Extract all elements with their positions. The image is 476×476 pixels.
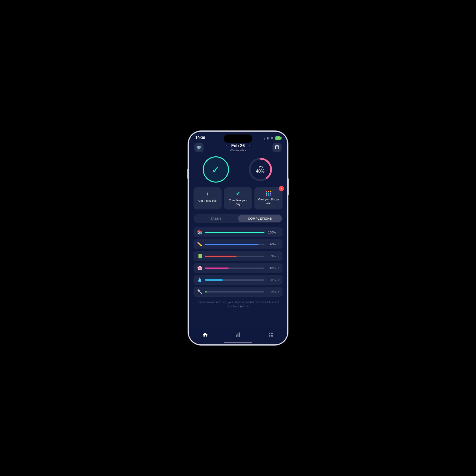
bar-fill-4 [205, 279, 223, 281]
svg-rect-7 [238, 333, 238, 337]
calendar-icon [275, 145, 279, 150]
stats-icon [235, 332, 241, 339]
item-bar-area-0 [205, 232, 264, 233]
bar-track-2 [205, 255, 264, 257]
current-day: Wednesday [230, 149, 246, 152]
svg-rect-12 [271, 335, 273, 337]
completion-check-circle[interactable]: ✓ [203, 156, 229, 183]
item-emoji-5: 🥄 [197, 289, 203, 294]
focus-wall-button[interactable]: 5 View your Focus Wall [255, 187, 283, 209]
status-icons: ⚡ [264, 136, 281, 140]
item-percent-4: 30% [267, 278, 276, 282]
phone-screen: 19:30 ⚡ [189, 132, 287, 344]
item-emoji-2: 📗 [197, 254, 203, 259]
complete-day-button[interactable]: ✔ Complete your day [224, 187, 252, 209]
wifi-icon [270, 136, 274, 140]
progress-item-2[interactable]: 📗 53% › [193, 251, 283, 261]
bar-fill-1 [205, 244, 258, 245]
complete-icon: ✔ [236, 191, 240, 197]
progress-item-0[interactable]: 📚 160% › [193, 227, 283, 237]
next-date-button[interactable]: › [249, 143, 250, 148]
tab-completions[interactable]: COMPLETIONS [238, 215, 282, 222]
add-task-button[interactable]: + Add a new task [193, 187, 221, 209]
item-percent-0: 160% [267, 231, 276, 234]
add-task-label: Add a new task [198, 199, 217, 203]
item-bar-area-3 [205, 268, 264, 269]
current-date: Feb 26 [231, 143, 245, 148]
bar-fill-2 [205, 255, 237, 257]
svg-rect-6 [236, 335, 237, 337]
item-arrow-1: › [278, 242, 279, 246]
prev-date-button[interactable]: ‹ [226, 143, 227, 148]
bar-track-5 [205, 291, 264, 292]
svg-rect-8 [239, 333, 240, 337]
tab-tasks[interactable]: TASKS [194, 215, 238, 222]
progress-item-5[interactable]: 🥄 3% › [193, 287, 283, 297]
svg-rect-10 [271, 333, 273, 334]
item-percent-5: 3% [267, 290, 276, 294]
item-emoji-3: 🌸 [197, 265, 203, 271]
item-arrow-5: › [278, 290, 279, 293]
check-icon: ✓ [212, 164, 220, 175]
svg-rect-9 [269, 333, 270, 334]
phone-frame: 19:30 ⚡ [188, 131, 288, 345]
bar-track-3 [205, 268, 264, 269]
item-arrow-0: › [278, 231, 279, 234]
tabs-bar: TASKS COMPLETIONS [193, 214, 283, 223]
main-content: ✓ Day 40% [189, 154, 287, 308]
footer-note: The bars above represent your progress t… [196, 300, 280, 308]
svg-rect-0 [275, 146, 279, 149]
app-header: ⚙️ ‹ Feb 26 › Wednesday [189, 142, 287, 154]
day-percent: 40% [256, 169, 264, 174]
item-arrow-2: › [278, 255, 279, 258]
dynamic-island [224, 135, 252, 143]
bar-track-4 [205, 279, 264, 281]
item-percent-2: 53% [267, 255, 276, 258]
progress-list: 📚 160% › ✏️ [193, 227, 283, 297]
settings-icon: ⚙️ [197, 145, 201, 150]
item-arrow-4: › [278, 278, 279, 282]
svg-rect-11 [269, 335, 270, 337]
nav-home[interactable] [199, 331, 211, 340]
focus-wall-badge: 5 [279, 186, 284, 191]
nav-stats[interactable] [232, 331, 244, 340]
complete-day-label: Complete your day [226, 199, 250, 206]
progress-item-3[interactable]: 🌸 40% › [193, 263, 283, 273]
item-emoji-1: ✏️ [197, 241, 203, 247]
bar-fill-0 [205, 232, 264, 233]
settings-button[interactable]: ⚙️ [194, 143, 204, 152]
bar-fill-3 [205, 268, 229, 269]
top-cards: ✓ Day 40% [193, 154, 283, 187]
day-progress-text: Day 40% [256, 165, 264, 174]
item-percent-3: 40% [267, 266, 276, 270]
phone-wrapper: 19:30 ⚡ [188, 131, 288, 345]
nav-grid[interactable] [265, 331, 277, 340]
item-emoji-4: 💧 [197, 277, 203, 283]
home-indicator [224, 342, 252, 343]
calendar-button[interactable] [272, 143, 282, 152]
grid-icon [266, 191, 271, 196]
status-time: 19:30 [195, 136, 205, 140]
home-icon [202, 332, 208, 339]
signal-bars-icon [264, 137, 269, 139]
item-arrow-3: › [278, 266, 279, 270]
progress-item-1[interactable]: ✏️ 90% › [193, 239, 283, 249]
battery-icon: ⚡ [275, 136, 281, 140]
date-navigation: ‹ Feb 26 › Wednesday [226, 143, 250, 152]
add-icon: + [206, 191, 209, 197]
item-bar-area-1 [205, 244, 264, 245]
action-buttons-row: + Add a new task ✔ Complete your day 5 [193, 187, 283, 209]
item-emoji-0: 📚 [197, 230, 203, 235]
item-bar-area-5 [205, 291, 264, 292]
item-bar-area-2 [205, 255, 264, 257]
progress-item-4[interactable]: 💧 30% › [193, 275, 283, 285]
focus-wall-label: View your Focus Wall [257, 198, 280, 205]
bar-track-0 [205, 232, 264, 233]
bar-fill-5 [205, 291, 207, 292]
item-percent-1: 90% [267, 242, 276, 246]
bar-track-1 [205, 244, 264, 245]
day-label: Day [257, 165, 263, 169]
day-progress-circle: Day 40% [247, 156, 273, 183]
grid-nav-icon [268, 332, 273, 339]
item-bar-area-4 [205, 279, 264, 281]
